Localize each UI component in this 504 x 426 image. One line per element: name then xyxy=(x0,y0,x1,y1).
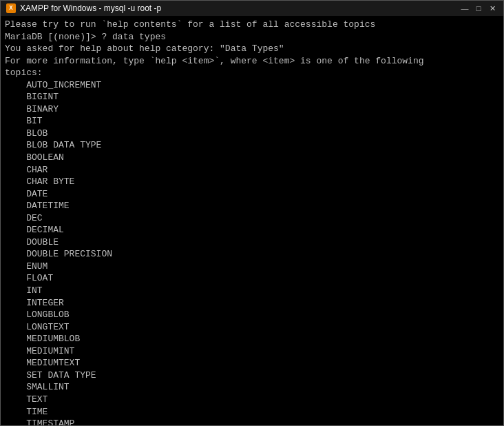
terminal-line: MariaDB [(none)]> ? data types xyxy=(5,31,499,43)
terminal-line: DOUBLE PRECISION xyxy=(5,248,499,261)
terminal-line: topics: xyxy=(5,67,499,79)
terminal-line: BOOLEAN xyxy=(5,152,499,164)
terminal-line: LONGTEXT xyxy=(5,321,499,334)
title-bar: X XAMPP for Windows - mysql -u root -p —… xyxy=(1,1,503,16)
terminal-line: TIME xyxy=(5,406,499,418)
terminal-line: You asked for help about help category: … xyxy=(5,43,499,55)
terminal-line: BLOB xyxy=(5,128,499,140)
terminal-line: MEDIUMINT xyxy=(5,345,499,358)
terminal-line: DATE xyxy=(5,188,499,201)
terminal-line: DATETIME xyxy=(5,200,499,212)
app-icon: X xyxy=(6,3,16,13)
terminal-line: ENUM xyxy=(5,261,499,273)
terminal-line: TIMESTAMP xyxy=(5,418,499,425)
terminal-line: CHAR xyxy=(5,164,499,176)
terminal-line: CHAR BYTE xyxy=(5,176,499,188)
terminal-line: BIT xyxy=(5,115,499,128)
terminal-line: SET DATA TYPE xyxy=(5,369,499,382)
terminal-line: TEXT xyxy=(5,394,499,406)
window-controls: — □ ✕ xyxy=(459,3,498,14)
terminal-line: BINARY xyxy=(5,103,499,116)
terminal-output[interactable]: Please try to run `help contents` for a … xyxy=(1,16,503,425)
terminal-line: DOUBLE xyxy=(5,236,499,249)
terminal-line: LONGBLOB xyxy=(5,309,499,321)
terminal-line: BLOB DATA TYPE xyxy=(5,139,499,152)
terminal-line: INTEGER xyxy=(5,297,499,310)
terminal-line: For more information, type `help <item>`… xyxy=(5,55,499,68)
terminal-line: Please try to run `help contents` for a … xyxy=(5,19,499,31)
minimize-button[interactable]: — xyxy=(459,3,470,14)
terminal-line: MEDIUMBLOB xyxy=(5,333,499,345)
terminal-line: SMALLINT xyxy=(5,381,499,394)
terminal-line: AUTO_INCREMENT xyxy=(5,79,499,92)
terminal-line: INT xyxy=(5,285,499,297)
terminal-line: BIGINT xyxy=(5,91,499,103)
terminal-line: DEC xyxy=(5,212,499,225)
close-button[interactable]: ✕ xyxy=(487,3,498,14)
terminal-line: DECIMAL xyxy=(5,224,499,236)
title-bar-left: X XAMPP for Windows - mysql -u root -p xyxy=(6,3,161,13)
maximize-button[interactable]: □ xyxy=(473,3,484,14)
terminal-line: MEDIUMTEXT xyxy=(5,357,499,369)
terminal-line: FLOAT xyxy=(5,272,499,285)
app-window: X XAMPP for Windows - mysql -u root -p —… xyxy=(0,0,504,426)
window-title: XAMPP for Windows - mysql -u root -p xyxy=(20,3,161,13)
